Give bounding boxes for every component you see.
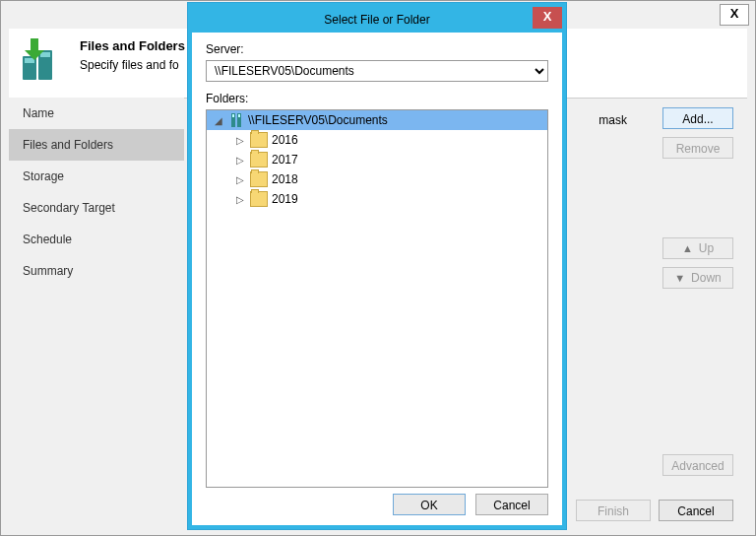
- svg-rect-2: [25, 58, 34, 63]
- server-label: Server:: [206, 42, 548, 56]
- wizard-nav: NameFiles and FoldersStorageSecondary Ta…: [9, 98, 184, 486]
- dialog-footer: OK Cancel: [393, 494, 548, 515]
- dialog-close-button[interactable]: X: [533, 7, 562, 29]
- dialog-cancel-button[interactable]: Cancel: [475, 494, 548, 515]
- tree-item-label: 2016: [272, 133, 298, 147]
- files-folders-icon: [17, 36, 64, 84]
- cancel-button[interactable]: Cancel: [659, 500, 733, 521]
- finish-button: Finish: [576, 500, 651, 521]
- dialog-titlebar[interactable]: Select File or Folder X: [192, 7, 562, 33]
- tree-item-label: 2018: [272, 172, 298, 186]
- dialog-title: Select File or Folder: [324, 13, 429, 27]
- folder-icon: [250, 191, 268, 207]
- down-button: ▼ Down: [662, 267, 733, 289]
- tree-item[interactable]: ▷2018: [207, 169, 547, 189]
- nav-item-storage[interactable]: Storage: [9, 161, 184, 192]
- folders-label: Folders:: [206, 92, 548, 105]
- folder-icon: [250, 132, 268, 148]
- nav-item-name[interactable]: Name: [9, 98, 184, 129]
- nav-item-secondary-target[interactable]: Secondary Target: [9, 192, 184, 224]
- up-button: ▲ Up: [662, 237, 733, 259]
- nav-item-schedule[interactable]: Schedule: [9, 224, 184, 255]
- wizard-footer: Finish Cancel: [576, 500, 733, 521]
- arrow-down-icon: ▼: [674, 268, 685, 288]
- nav-item-summary[interactable]: Summary: [9, 255, 184, 287]
- svg-rect-7: [238, 114, 240, 117]
- remove-button: Remove: [662, 137, 733, 159]
- expand-icon[interactable]: ▷: [234, 194, 246, 205]
- dialog-inner: Select File or Folder X Server: \\FILESE…: [192, 7, 562, 525]
- dialog-body: Server: \\FILESERV05\Documents Folders: …: [192, 33, 562, 498]
- up-label: Up: [699, 238, 714, 258]
- ok-button[interactable]: OK: [393, 494, 466, 515]
- folder-icon: [250, 171, 268, 187]
- tree-item-label: 2019: [272, 192, 298, 206]
- tree-root[interactable]: ◢ \\FILESERV05\Documents: [207, 110, 547, 130]
- collapse-icon[interactable]: ◢: [213, 115, 224, 126]
- select-file-dialog: Select File or Folder X Server: \\FILESE…: [187, 2, 567, 530]
- server-select[interactable]: \\FILESERV05\Documents: [206, 60, 548, 82]
- arrow-up-icon: ▲: [682, 238, 693, 258]
- tree-item[interactable]: ▷2019: [207, 189, 547, 209]
- folder-tree[interactable]: ◢ \\FILESERV05\Documents ▷2016▷2017▷2018…: [206, 109, 548, 488]
- tree-root-label: \\FILESERV05\Documents: [248, 113, 388, 127]
- expand-icon[interactable]: ▷: [234, 155, 246, 166]
- column-header-mask: mask: [598, 113, 627, 127]
- expand-icon[interactable]: ▷: [234, 135, 246, 146]
- advanced-button: Advanced: [662, 454, 733, 476]
- page-title: Files and Folders: [80, 38, 185, 53]
- window-close-button[interactable]: X: [720, 4, 749, 26]
- tree-item[interactable]: ▷2017: [207, 150, 547, 169]
- add-button[interactable]: Add...: [662, 107, 733, 129]
- folder-icon: [250, 152, 268, 168]
- server-icon: [228, 112, 244, 128]
- svg-rect-6: [232, 114, 234, 117]
- expand-icon[interactable]: ▷: [234, 174, 246, 185]
- nav-item-files-and-folders[interactable]: Files and Folders: [9, 129, 184, 161]
- tree-item[interactable]: ▷2016: [207, 130, 547, 150]
- tree-item-label: 2017: [272, 153, 298, 167]
- page-subtitle: Specify files and fo: [80, 58, 179, 72]
- svg-rect-3: [40, 52, 50, 57]
- right-button-group: Add... Remove: [662, 107, 733, 167]
- reorder-button-group: ▲ Up ▼ Down: [662, 237, 733, 297]
- down-label: Down: [691, 268, 722, 288]
